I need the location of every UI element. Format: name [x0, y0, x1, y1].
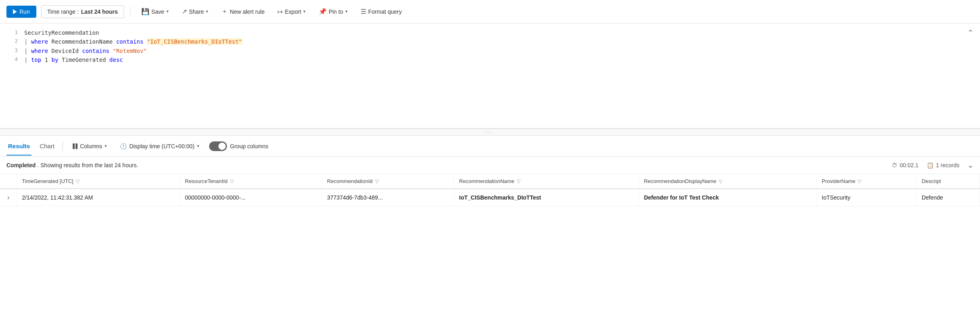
code-editor[interactable]: 1 SecurityRecommendation 2 | where Recom…: [0, 23, 980, 128]
display-time-label: Display time (UTC+00:00): [129, 143, 194, 149]
td-description-value: Defende: [921, 194, 943, 201]
td-recommendation-id-value: 377374d6-7db3-489...: [327, 194, 383, 201]
share-icon: ↗: [182, 8, 187, 15]
expand-results-button[interactable]: ⌄: [967, 161, 974, 170]
resize-handle[interactable]: ···: [0, 128, 980, 136]
toolbar: Run Time range : Last 24 hours 💾 Save ▾ …: [0, 0, 980, 23]
filter-icon-time[interactable]: ▽: [76, 179, 80, 184]
th-resource-tenant-id[interactable]: ResourceTenantId ▽: [180, 174, 322, 189]
save-chevron-icon: ▾: [166, 9, 169, 14]
code-line-1: 1 SecurityRecommendation: [0, 28, 980, 37]
status-completed: Completed: [6, 162, 36, 168]
group-columns-toggle-container: Group columns: [209, 141, 269, 151]
clock-icon: 🕐: [120, 143, 127, 149]
status-bar: Completed . Showing results from the las…: [0, 157, 980, 174]
display-time-chevron-icon: ▾: [197, 143, 199, 149]
filter-icon-rec-name[interactable]: ▽: [517, 179, 520, 184]
th-provider-name[interactable]: ProviderName ▽: [817, 174, 917, 189]
toggle-knob: [218, 143, 226, 150]
th-resource-tenant-id-label: ResourceTenantId: [185, 178, 228, 184]
filter-icon-resource[interactable]: ▽: [230, 179, 234, 184]
run-button[interactable]: Run: [6, 6, 36, 18]
filter-icon-rec-display[interactable]: ▽: [719, 179, 722, 184]
pin-to-label: Pin to: [329, 8, 343, 15]
new-alert-label: New alert rule: [230, 8, 264, 15]
th-recommendation-display-name-label: RecommendationDisplayName: [644, 178, 716, 184]
code-line-2: 2 | where RecommendationName contains "I…: [0, 37, 980, 46]
code-line-2-content: | where RecommendationName contains "IoT…: [24, 37, 974, 46]
results-table: TimeGenerated [UTC] ▽ ResourceTenantId ▽…: [0, 174, 980, 206]
new-alert-button[interactable]: ＋ New alert rule: [217, 5, 269, 18]
time-range-button[interactable]: Time range : Last 24 hours: [41, 5, 124, 18]
code-line-1-content: SecurityRecommendation: [24, 28, 974, 37]
th-recommendation-name-label: RecommendationName: [459, 178, 514, 184]
group-columns-toggle[interactable]: [209, 141, 227, 151]
columns-chevron-icon: ▾: [105, 143, 107, 149]
expand-row-button[interactable]: ›: [5, 193, 12, 202]
table-header-row: TimeGenerated [UTC] ▽ ResourceTenantId ▽…: [0, 174, 980, 189]
td-resource-tenant-id-value: 00000000-0000-0000-...: [185, 194, 246, 201]
td-description: Defende: [917, 189, 980, 206]
columns-icon: [73, 143, 78, 149]
query-time-metric: ⏱ 00:02.1: [892, 162, 919, 168]
record-count-metric: 📋 1 records: [927, 162, 959, 168]
pin-to-button[interactable]: 📌 Pin to ▾: [315, 5, 352, 18]
tab-chart[interactable]: Chart: [38, 140, 56, 152]
run-label: Run: [19, 8, 30, 15]
results-panel: Results Chart Columns ▾ 🕐 Display time (…: [0, 136, 980, 206]
play-icon: [13, 9, 17, 14]
td-recommendation-name-value: IoT_CISBenchmarks_DIoTTest: [459, 194, 541, 201]
filter-icon-rec-id[interactable]: ▽: [375, 179, 379, 184]
code-line-3-content: | where DeviceId contains "RotemNov": [24, 46, 974, 55]
share-button[interactable]: ↗ Share ▾: [178, 5, 212, 18]
td-recommendation-id: 377374d6-7db3-489...: [322, 189, 454, 206]
save-button[interactable]: 💾 Save ▾: [137, 5, 173, 18]
td-recommendation-name: IoT_CISBenchmarks_DIoTTest: [454, 189, 639, 206]
tab-results[interactable]: Results: [6, 140, 31, 152]
th-recommendation-display-name[interactable]: RecommendationDisplayName ▽: [639, 174, 816, 189]
code-editor-wrapper: 1 SecurityRecommendation 2 | where Recom…: [0, 23, 980, 128]
plus-icon: ＋: [221, 7, 228, 16]
share-chevron-icon: ▾: [206, 9, 208, 14]
export-button[interactable]: ↦ Export ▾: [273, 5, 309, 18]
results-toolbar-divider: [63, 141, 63, 151]
table-row: › 2/14/2022, 11:42:31.382 AM 00000000-00…: [0, 189, 980, 206]
td-recommendation-display-name-value: Defender for IoT Test Check: [644, 194, 719, 201]
line-number-4: 4: [6, 55, 18, 64]
export-label: Export: [285, 8, 301, 15]
pin-chevron-icon: ▾: [345, 9, 348, 14]
toolbar-divider-1: [130, 6, 131, 17]
th-description[interactable]: Descript: [917, 174, 980, 189]
code-line-4: 4 | top 1 by TimeGenerated desc: [0, 55, 980, 64]
format-query-button[interactable]: ☰ Format query: [357, 5, 406, 18]
filter-icon-provider[interactable]: ▽: [858, 179, 861, 184]
export-chevron-icon: ▾: [303, 9, 306, 14]
td-time-generated: 2/14/2022, 11:42:31.382 AM: [17, 189, 180, 206]
display-time-button[interactable]: 🕐 Display time (UTC+00:00) ▾: [117, 141, 202, 151]
time-range-prefix: Time range :: [47, 8, 79, 15]
timer-icon: ⏱: [892, 162, 897, 168]
resize-dots: ···: [486, 129, 494, 135]
td-resource-tenant-id: 00000000-0000-0000-...: [180, 189, 322, 206]
columns-label: Columns: [80, 143, 102, 149]
records-icon: 📋: [927, 162, 934, 168]
export-icon: ↦: [277, 8, 283, 15]
th-recommendation-id[interactable]: RecommendationId ▽: [322, 174, 454, 189]
td-time-generated-value: 2/14/2022, 11:42:31.382 AM: [22, 194, 93, 201]
code-line-4-content: | top 1 by TimeGenerated desc: [24, 55, 974, 64]
th-time-generated[interactable]: TimeGenerated [UTC] ▽: [17, 174, 180, 189]
th-time-generated-label: TimeGenerated [UTC]: [22, 178, 73, 184]
collapse-button[interactable]: ⌃: [967, 28, 974, 37]
td-provider-name-value: IoTSecurity: [822, 194, 850, 201]
results-toolbar: Results Chart Columns ▾ 🕐 Display time (…: [0, 136, 980, 157]
pin-icon: 📌: [319, 8, 327, 15]
td-expand: ›: [0, 189, 17, 206]
td-provider-name: IoTSecurity: [817, 189, 917, 206]
columns-button[interactable]: Columns ▾: [69, 141, 110, 151]
format-query-label: Format query: [368, 8, 402, 15]
data-table: TimeGenerated [UTC] ▽ ResourceTenantId ▽…: [0, 174, 980, 206]
format-icon: ☰: [361, 8, 366, 15]
group-columns-label: Group columns: [230, 143, 269, 149]
save-label: Save: [151, 8, 164, 15]
th-recommendation-name[interactable]: RecommendationName ▽: [454, 174, 639, 189]
